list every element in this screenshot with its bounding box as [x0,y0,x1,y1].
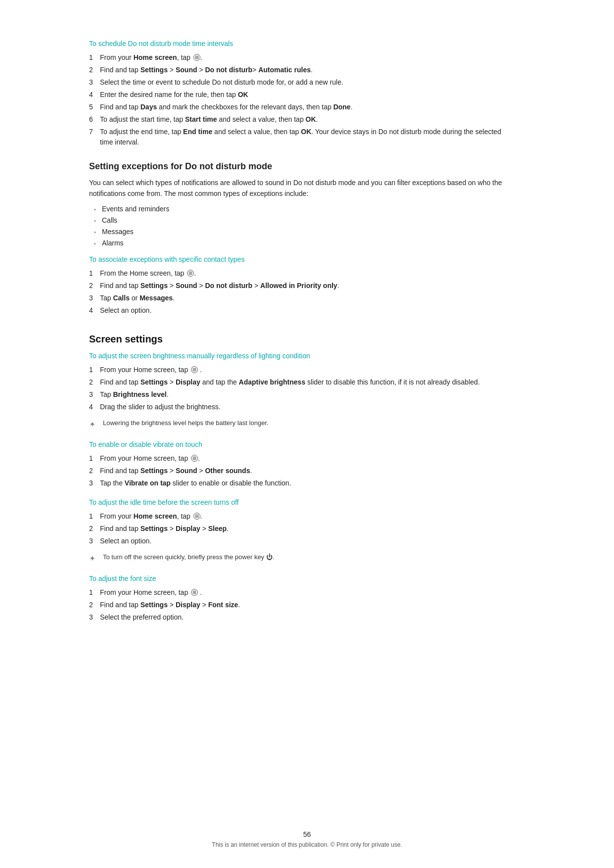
step-text: Select an option. [100,536,151,546]
step-text: Select an option. [100,305,151,316]
step-num: 7 [89,127,100,147]
step-text: From your Home screen, tap . [100,511,202,522]
bullet-text: Calls [102,215,117,226]
apps-icon [191,366,198,373]
step-num: 4 [89,305,100,316]
font-list: 1 From your Home screen, tap . 2 Find an… [89,587,515,623]
step-text: Tap the Vibrate on tap slider to enable … [100,478,291,488]
svg-point-36 [195,458,196,459]
step-text: Tap Brightness level. [100,389,169,400]
svg-point-22 [194,368,195,369]
svg-point-12 [190,272,191,273]
step-text: From your Home screen, tap . [100,453,200,464]
step-text: From your Home screen, tap . [100,52,202,63]
list-item: 1 From your Home screen, tap . [89,511,515,522]
list-item: 6 To adjust the start time, tap Start ti… [89,114,515,125]
list-item: 1 From your Home screen, tap . [89,453,515,464]
step-num: 2 [89,281,100,291]
list-item: 4 Select an option. [89,305,515,316]
step-num: 4 [89,402,100,412]
tip-icon: ✦ [89,552,103,565]
svg-point-39 [195,459,196,460]
apps-icon [193,53,200,60]
font-subsection: To adjust the font size 1 From your Home… [89,575,515,623]
tip-text: To turn off the screen quickly, briefly … [103,552,274,562]
svg-point-15 [190,273,191,274]
font-link: To adjust the font size [89,575,515,582]
svg-point-41 [195,515,196,516]
vibrate-list: 1 From your Home screen, tap . 2 Find an… [89,453,515,488]
brightness-tip: ✦ Lowering the brightness level helps th… [89,418,515,431]
brightness-link: To adjust the screen brightness manually… [89,352,515,360]
list-item: 2 Find and tap Settings > Sound > Other … [89,466,515,476]
step-num: 1 [89,268,100,279]
svg-point-3 [197,56,198,57]
idle-link: To adjust the idle time before the scree… [89,498,515,506]
step-text: Select the time or event to schedule Do … [100,77,343,88]
exceptions-section: Setting exceptions for Do not disturb mo… [89,161,515,316]
step-num: 3 [89,389,100,400]
svg-point-29 [195,371,196,372]
step-num: 3 [89,77,100,88]
list-item: 7 To adjust the end time, tap End time a… [89,127,515,147]
svg-point-14 [189,273,190,274]
step-text: To adjust the end time, tap End time and… [100,127,515,147]
step-num: 1 [89,52,100,63]
svg-point-11 [189,272,190,273]
list-item: 2 Find and tap Settings > Display > Slee… [89,524,515,534]
svg-point-28 [194,371,195,372]
svg-point-58 [194,593,195,594]
apps-icon [187,269,194,276]
list-item: 4 Enter the desired name for the rule, t… [89,90,515,100]
brightness-subsection: To adjust the screen brightness manually… [89,352,515,431]
svg-point-42 [196,515,197,516]
list-item: 1 From your Home screen, tap . [89,365,515,375]
svg-point-48 [196,517,197,518]
svg-point-44 [195,516,196,517]
svg-point-2 [196,56,197,57]
bullet-dot: • [94,215,102,225]
list-item: 2 Find and tap Settings > Display and ta… [89,377,515,387]
dnd-schedule-list: 1 From your Home screen, tap . 2 Find an… [89,52,515,147]
step-num: 2 [89,524,100,534]
idle-subsection: To adjust the idle time before the scree… [89,498,515,565]
svg-point-17 [189,274,190,275]
svg-point-23 [195,368,196,369]
svg-point-19 [191,274,192,275]
bullet-dot: • [94,238,102,248]
list-item: 2 Find and tap Settings > Display > Font… [89,600,515,610]
svg-point-32 [194,457,195,458]
tip-text: Lowering the brightness level helps the … [103,418,269,428]
list-item: 3 Tap the Vibrate on tap slider to enabl… [89,478,515,488]
step-text: Drag the slider to adjust the brightness… [100,402,221,412]
svg-point-37 [193,459,194,460]
list-item: 3 Select the preferred option. [89,612,515,623]
apps-icon [191,454,198,461]
svg-point-52 [194,591,195,592]
svg-point-46 [197,516,198,517]
exceptions-link: To associate exceptions with specific co… [89,255,515,263]
page-footer: 56 This is an internet version of this p… [0,830,614,848]
svg-point-9 [197,58,198,59]
step-num: 4 [89,90,100,100]
svg-point-35 [194,458,195,459]
footer-note: This is an internet version of this publ… [0,841,614,848]
step-num: 1 [89,511,100,522]
svg-point-24 [193,369,194,370]
vibrate-link: To enable or disable vibrate on touch [89,440,515,448]
step-num: 3 [89,536,100,546]
step-text: From the Home screen, tap . [100,268,196,279]
list-item: 3 Tap Brightness level. [89,389,515,400]
exceptions-list: 1 From the Home screen, tap . 2 Find and… [89,268,515,316]
svg-point-53 [195,591,196,592]
list-item: 3 Select an option. [89,536,515,546]
step-num: 1 [89,587,100,598]
exceptions-body: You can select which types of notificati… [89,178,515,199]
step-text: Enter the desired name for the rule, the… [100,90,248,100]
step-num: 5 [89,102,100,112]
svg-point-34 [193,458,194,459]
svg-point-33 [195,457,196,458]
svg-point-26 [195,369,196,370]
step-text: Find and tap Settings > Sound > Do not d… [100,281,339,291]
list-item: 5 Find and tap Days and mark the checkbo… [89,102,515,112]
